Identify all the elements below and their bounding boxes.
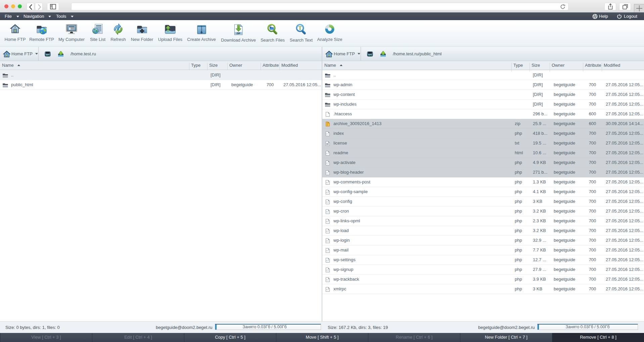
svg-text:<>: <>: [326, 152, 329, 155]
svg-text:<>: <>: [326, 259, 329, 262]
svg-text:<>: <>: [326, 249, 329, 252]
svg-text:<>: <>: [326, 269, 329, 272]
svg-text:ZIP: ZIP: [236, 32, 240, 35]
svg-text:<>: <>: [326, 181, 329, 184]
svg-text:<>: <>: [326, 191, 329, 194]
svg-text:<>: <>: [326, 171, 329, 174]
svg-text:<>: <>: [326, 239, 329, 242]
svg-text:<>: <>: [326, 278, 329, 281]
svg-text:<>: <>: [326, 220, 329, 223]
svg-text:<>: <>: [326, 162, 329, 165]
svg-text:<>: <>: [326, 210, 329, 213]
svg-text:<>: <>: [326, 201, 329, 204]
svg-text:<>: <>: [326, 132, 329, 135]
svg-text:<>: <>: [326, 288, 329, 291]
svg-text:<>: <>: [326, 230, 329, 233]
svg-text:T: T: [298, 25, 302, 31]
